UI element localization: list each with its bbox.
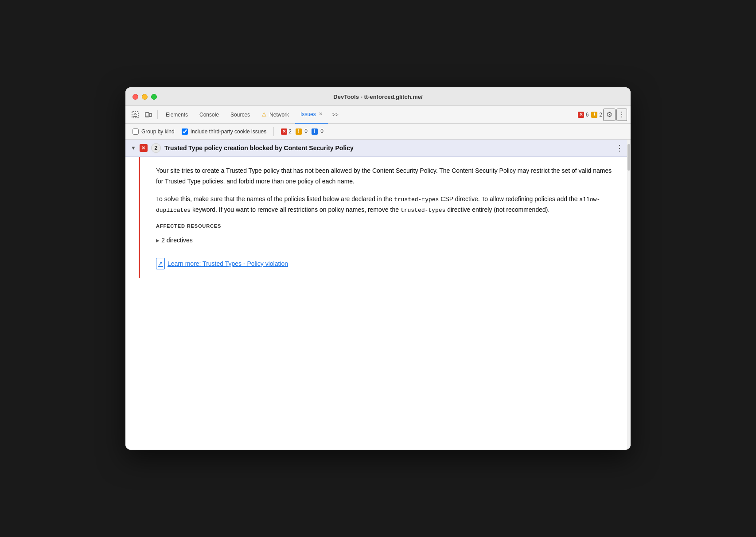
- include-third-party-checkbox[interactable]: [182, 128, 188, 135]
- tab-console[interactable]: Console: [194, 106, 224, 124]
- issue-body: Your site tries to create a Trusted Type…: [139, 157, 631, 278]
- content-area: ▼ ✕ 2 Trusted Type policy creation block…: [125, 140, 631, 450]
- error-count: 6: [586, 112, 589, 118]
- tab-issues[interactable]: Issues ✕: [295, 106, 328, 124]
- issue-description-1: Your site tries to create a Trusted Type…: [156, 166, 620, 187]
- issue-counts: ✕ 2 ! 0 i 0: [281, 128, 323, 135]
- issue-more-button[interactable]: ⋮: [614, 143, 625, 153]
- external-link-icon: ↗: [156, 258, 165, 269]
- window-title: DevTools - tt-enforced.glitch.me/: [333, 93, 422, 100]
- tab-network-label: Network: [269, 112, 289, 118]
- inspector-icon-button[interactable]: [129, 109, 141, 121]
- traffic-lights: [132, 94, 157, 100]
- inspector-icon: [132, 111, 139, 118]
- issue-header[interactable]: ▼ ✕ 2 Trusted Type policy creation block…: [125, 140, 631, 157]
- secondary-warning-count-group: ! 0: [296, 128, 308, 135]
- network-warning-icon: ⚠: [261, 111, 267, 118]
- secondary-divider: [273, 127, 274, 136]
- fullscreen-button[interactable]: [151, 94, 157, 100]
- device-toolbar-button[interactable]: [142, 109, 155, 121]
- issue-title: Trusted Type policy creation blocked by …: [164, 144, 610, 152]
- device-icon: [145, 111, 152, 118]
- error-count-icon: ✕: [281, 128, 287, 135]
- main-toolbar: Elements Console Sources ⚠ Network Issue…: [125, 106, 631, 124]
- scrollbar-track: [627, 140, 631, 450]
- more-tabs-button[interactable]: >>: [329, 112, 342, 118]
- settings-button[interactable]: ⚙: [603, 109, 616, 121]
- directives-label: 2 directives: [161, 235, 193, 245]
- close-button[interactable]: [132, 94, 138, 100]
- tab-elements[interactable]: Elements: [160, 106, 193, 124]
- tab-network[interactable]: ⚠ Network: [256, 106, 294, 124]
- scrollbar-thumb[interactable]: [627, 144, 630, 171]
- include-third-party-checkbox-label[interactable]: Include third-party cookie issues: [182, 128, 266, 135]
- secondary-info-count: 0: [320, 128, 323, 134]
- tab-sources[interactable]: Sources: [225, 106, 255, 124]
- secondary-info-count-group: i 0: [312, 128, 323, 135]
- learn-more-label: Learn more: Trusted Types - Policy viola…: [168, 259, 288, 268]
- tab-issues-label: Issues: [300, 111, 316, 117]
- issue-count: 2: [151, 143, 161, 153]
- secondary-toolbar: Group by kind Include third-party cookie…: [125, 124, 631, 140]
- code-allow-duplicates: allow-duplicates: [156, 196, 600, 214]
- group-by-kind-checkbox-label[interactable]: Group by kind: [132, 128, 175, 135]
- group-by-kind-label: Group by kind: [141, 128, 175, 135]
- warning-badge-group: ! 2: [591, 112, 602, 118]
- affected-section: AFFECTED RESOURCES 2 directives: [156, 222, 620, 247]
- secondary-error-count: 2: [288, 128, 292, 135]
- error-x-icon: ✕: [578, 112, 584, 118]
- svg-rect-3: [149, 113, 152, 117]
- secondary-warning-count: 0: [304, 128, 308, 134]
- title-bar: DevTools - tt-enforced.glitch.me/: [125, 87, 631, 106]
- code-trusted-types-1: trusted-types: [394, 196, 439, 203]
- issue-error-icon: ✕: [140, 144, 148, 152]
- toolbar-divider-1: [157, 110, 158, 119]
- warning-count: 2: [599, 112, 602, 118]
- secondary-warning-icon: !: [296, 128, 302, 135]
- minimize-button[interactable]: [142, 94, 148, 100]
- tab-elements-label: Elements: [166, 112, 188, 118]
- learn-more-link[interactable]: ↗ Learn more: Trusted Types - Policy vio…: [156, 258, 620, 269]
- directives-toggle[interactable]: 2 directives: [156, 233, 620, 247]
- content-wrapper: ▼ ✕ 2 Trusted Type policy creation block…: [125, 140, 631, 450]
- secondary-info-icon: i: [312, 128, 318, 135]
- include-third-party-label: Include third-party cookie issues: [191, 128, 266, 135]
- devtools-window: DevTools - tt-enforced.glitch.me/ Elemen…: [125, 87, 631, 450]
- issue-description-2: To solve this, make sure that the names …: [156, 194, 620, 215]
- tab-issues-close-icon[interactable]: ✕: [319, 111, 323, 117]
- tab-console-label: Console: [199, 112, 219, 118]
- expand-icon: ▼: [131, 145, 136, 151]
- tab-sources-label: Sources: [230, 112, 250, 118]
- error-badge-group: ✕ 6: [578, 112, 589, 118]
- affected-resources-label: AFFECTED RESOURCES: [156, 222, 620, 230]
- code-trusted-types-2: trusted-types: [401, 207, 445, 214]
- warning-icon: !: [591, 112, 597, 118]
- group-by-kind-checkbox[interactable]: [132, 128, 139, 135]
- svg-rect-0: [132, 112, 138, 118]
- more-options-button[interactable]: ⋮: [616, 109, 627, 121]
